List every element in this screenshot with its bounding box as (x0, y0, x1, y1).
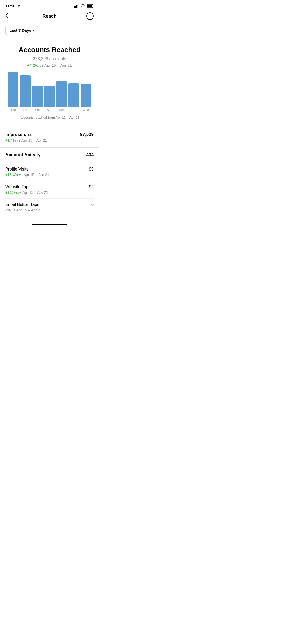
activity-item: Email Button Taps0% vs Apr 15 – Apr 210 (5, 198, 94, 216)
impressions-section: Impressions 97,509 +1.4% vs Apr 15 – Apr… (0, 127, 99, 148)
svg-marker-0 (17, 5, 20, 7)
info-button[interactable]: i (86, 12, 94, 20)
activity-item-value: 99 (89, 167, 94, 172)
activity-item-label: Website Taps (5, 185, 48, 189)
bar-day-label: Sat (35, 108, 40, 112)
bar-item: Tue (68, 83, 79, 112)
bar-item: Fri (20, 75, 31, 112)
battery-icon (87, 4, 94, 8)
bar-day-label: Fri (23, 108, 27, 112)
filter-label: Last 7 Days (9, 28, 31, 33)
svg-rect-3 (76, 5, 77, 8)
change-neutral: 0% vs Apr 15 – Apr 21 (5, 208, 42, 212)
impressions-change: +1.4% vs Apr 15 – Apr 21 (5, 138, 94, 142)
bar (81, 84, 91, 107)
activity-item-value: 0 (91, 202, 94, 207)
svg-rect-7 (87, 5, 92, 7)
location-icon (17, 4, 20, 8)
status-time: 11:18 (5, 4, 15, 8)
svg-point-5 (83, 7, 83, 8)
accounts-change-positive: +4.2% (27, 63, 39, 67)
chevron-down-icon: ▾ (33, 29, 34, 32)
activity-title: Account Activity (5, 152, 41, 158)
bar-item: Sun (44, 86, 55, 112)
bar-chart: ThuFriSatSunMonTueWed Accounts reached f… (5, 75, 94, 119)
activity-item: Profile Visits+16.4% vs Apr 15 – Apr 219… (5, 163, 94, 181)
impressions-value: 97,509 (80, 132, 94, 137)
activity-items-container: Profile Visits+16.4% vs Apr 15 – Apr 219… (5, 163, 94, 216)
bar-day-label: Tue (71, 108, 76, 112)
activity-item-left: Website Taps+200% vs Apr 15 – Apr 21 (5, 185, 48, 195)
bar (44, 86, 55, 107)
status-icons (74, 4, 94, 8)
wifi-icon (81, 4, 85, 8)
activity-item-label: Email Button Taps (5, 202, 42, 207)
activity-total: 404 (86, 152, 94, 158)
bar-item: Thu (8, 72, 18, 112)
activity-header: Account Activity 404 (5, 152, 94, 158)
bar (8, 72, 18, 107)
bar (20, 75, 31, 107)
bar-day-label: Thu (11, 108, 16, 112)
activity-item-change: +200% vs Apr 15 – Apr 21 (5, 190, 48, 195)
account-activity-section: Account Activity 404 Profile Visits+16.4… (0, 148, 99, 216)
activity-item: Website Taps+200% vs Apr 15 – Apr 2192 (5, 181, 94, 198)
change-positive: +16.4% (5, 173, 18, 177)
bar-item: Sat (32, 86, 43, 112)
svg-rect-2 (75, 6, 76, 8)
home-bar (32, 224, 67, 225)
activity-item-left: Profile Visits+16.4% vs Apr 15 – Apr 21 (5, 167, 49, 177)
bar-day-label: Wed (83, 108, 89, 112)
date-filter-button[interactable]: Last 7 Days ▾ (5, 26, 38, 35)
impressions-change-positive: +1.4% (5, 138, 16, 142)
accounts-change-vs: vs Apr 15 – Apr 21 (40, 63, 72, 67)
chart-caption: Accounts reached from Apr 22 – Apr 28 (8, 116, 91, 119)
activity-item-value: 92 (89, 185, 94, 189)
change-vs: vs Apr 15 – Apr 21 (17, 190, 48, 195)
change-positive: +200% (5, 190, 17, 195)
bar-day-label: Mon (59, 108, 65, 112)
page-title: Reach (42, 13, 56, 19)
impressions-change-vs: vs Apr 15 – Apr 21 (17, 138, 47, 142)
bar-day-label: Sun (47, 108, 52, 112)
accounts-change: +4.2% vs Apr 15 – Apr 21 (5, 63, 94, 67)
impressions-row: Impressions 97,509 (5, 132, 94, 137)
status-bar: 11:18 (0, 0, 99, 10)
svg-rect-4 (77, 4, 78, 8)
nav-header: Reach i (0, 10, 99, 23)
activity-item-change: 0% vs Apr 15 – Apr 21 (5, 208, 42, 212)
back-button[interactable] (5, 12, 15, 20)
bar (32, 86, 43, 107)
bar-item: Mon (56, 81, 67, 112)
bar (68, 83, 79, 107)
bars-container: ThuFriSatSunMonTueWed (8, 75, 91, 112)
signal-icon (74, 4, 79, 8)
home-indicator-area (0, 216, 99, 228)
activity-item-left: Email Button Taps0% vs Apr 15 – Apr 21 (5, 202, 42, 212)
impressions-label: Impressions (5, 132, 32, 137)
main-content: Accounts Reached 228,306 accounts +4.2% … (0, 38, 99, 228)
activity-item-change: +16.4% vs Apr 15 – Apr 21 (5, 173, 49, 177)
filter-section: Last 7 Days ▾ (0, 23, 99, 38)
svg-rect-1 (74, 6, 75, 8)
bar-item: Wed (81, 84, 91, 112)
change-vs: vs Apr 15 – Apr 21 (18, 173, 49, 177)
accounts-reached-section: Accounts Reached 228,306 accounts +4.2% … (0, 38, 99, 127)
bar (56, 81, 67, 107)
activity-item-label: Profile Visits (5, 167, 49, 172)
accounts-count: 228,306 accounts (5, 57, 94, 61)
info-button-wrapper: i (84, 12, 94, 20)
accounts-reached-title: Accounts Reached (5, 46, 94, 54)
